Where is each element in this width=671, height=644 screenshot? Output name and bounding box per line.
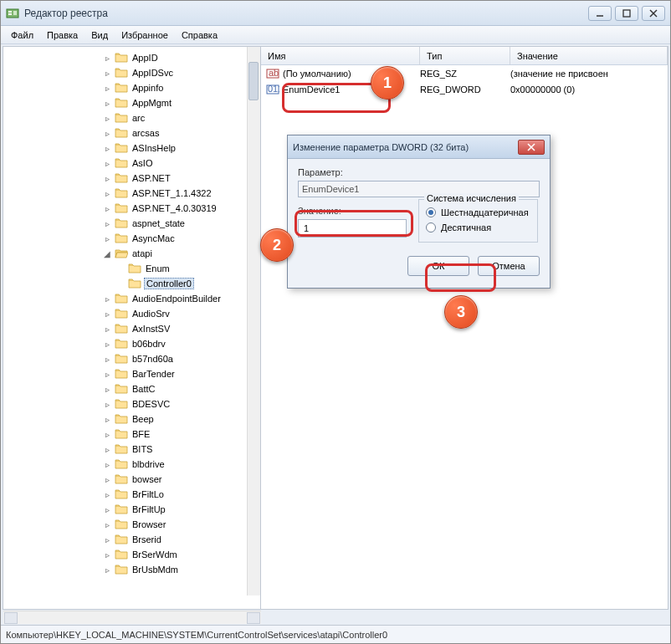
tree-twisty-icon[interactable]: ▹	[102, 189, 112, 198]
menu-вид[interactable]: Вид	[85, 28, 115, 42]
tree-twisty-icon[interactable]: ▹	[102, 520, 112, 529]
tree-node-brserid[interactable]: ▹Brserid	[97, 532, 260, 547]
row-value: 0x00000000 (0)	[510, 84, 575, 95]
dialog-close-button[interactable]	[518, 140, 545, 155]
radio-hex[interactable]: Шестнадцатеричная	[426, 205, 530, 220]
tree-node-bdesvc[interactable]: ▹BDESVC	[97, 396, 260, 411]
tree-node-audiosrv[interactable]: ▹AudioSrv	[97, 306, 260, 321]
tree-node-aspnet[interactable]: ▹ASP.NET	[97, 171, 260, 186]
tree-twisty-icon[interactable]: ▹	[102, 219, 112, 228]
tree-twisty-icon[interactable]: ▹	[102, 234, 112, 243]
close-button[interactable]	[642, 6, 665, 21]
tree-hscroll[interactable]	[3, 611, 261, 624]
hscroll-left[interactable]	[4, 612, 18, 624]
tree-node-asio[interactable]: ▹AsIO	[97, 156, 260, 171]
tree-node-appidsvc[interactable]: ▹AppIDSvc	[97, 65, 260, 80]
list-row[interactable]: ab(По умолчанию)REG_SZ(значение не присв…	[261, 65, 668, 81]
tree-node-blbdrive[interactable]: ▹blbdrive	[97, 457, 260, 472]
tree-node-bits[interactable]: ▹BITS	[97, 442, 260, 457]
tree-node-controller0[interactable]: Controller0	[110, 276, 260, 291]
tree-twisty-icon[interactable]: ▹	[102, 370, 112, 379]
tree-node-audioendpointbuilder[interactable]: ▹AudioEndpointBuilder	[97, 291, 260, 306]
tree-node-asyncmac[interactable]: ▹AsyncMac	[97, 231, 260, 246]
tree-node-arcsas[interactable]: ▹arcsas	[97, 125, 260, 141]
value-input[interactable]	[298, 219, 407, 238]
tree-twisty-icon[interactable]: ▹	[102, 490, 112, 499]
tree-node-b06bdrv[interactable]: ▹b06bdrv	[97, 336, 260, 351]
tree-node-browser[interactable]: ▹Browser	[97, 517, 260, 532]
tree-twisty-icon[interactable]: ▹	[102, 204, 112, 213]
tree-node-aspnetstate[interactable]: ▹aspnet_state	[97, 216, 260, 231]
tree-node-enum[interactable]: Enum	[110, 261, 260, 276]
col-value[interactable]: Значение	[510, 47, 668, 64]
tree-scrollbar[interactable]	[247, 47, 260, 595]
tree-node-asinshelp[interactable]: ▹ASInsHelp	[97, 141, 260, 156]
tree-node-appmgmt[interactable]: ▹AppMgmt	[97, 95, 260, 110]
tree-twisty-icon[interactable]: ▹	[102, 445, 112, 454]
tree-node-appinfo[interactable]: ▹Appinfo	[97, 80, 260, 95]
tree-node-aspnet4030319[interactable]: ▹ASP.NET_4.0.30319	[97, 201, 260, 216]
tree-node-bfe[interactable]: ▹BFE	[97, 427, 260, 442]
tree-node-bowser[interactable]: ▹bowser	[97, 472, 260, 487]
tree-twisty-icon[interactable]: ▹	[102, 84, 112, 93]
tree-node-brfiltup[interactable]: ▹BrFiltUp	[97, 502, 260, 517]
tree-twisty-icon[interactable]: ▹	[102, 550, 112, 560]
tree-twisty-icon[interactable]: ▹	[102, 385, 112, 394]
tree-twisty-icon[interactable]: ▹	[102, 294, 112, 304]
tree-node-battc[interactable]: ▹BattC	[97, 381, 260, 396]
radio-hex-button[interactable]	[426, 207, 436, 217]
tree-twisty-icon[interactable]: ▹	[102, 129, 112, 138]
folder-icon	[115, 293, 128, 304]
tree-twisty-icon[interactable]: ▹	[102, 415, 112, 424]
tree-node-aspnet114322[interactable]: ▹ASP.NET_1.1.4322	[97, 186, 260, 201]
tree-node-bartender[interactable]: ▹BarTender	[97, 366, 260, 381]
radio-dec-button[interactable]	[426, 222, 436, 233]
tree-twisty-icon[interactable]: ▹	[102, 355, 112, 364]
tree-node-atapi[interactable]: ◢atapi	[97, 246, 260, 261]
row-type: REG_DWORD	[420, 84, 510, 95]
hscroll-right[interactable]	[247, 612, 260, 624]
tree-twisty-icon[interactable]: ▹	[102, 340, 112, 349]
tree-node-brfiltlo[interactable]: ▹BrFiltLo	[97, 487, 260, 502]
tree-twisty-icon[interactable]: ▹	[102, 535, 112, 544]
tree-node-brserwdm[interactable]: ▹BrSerWdm	[97, 547, 260, 562]
tree-twisty-icon[interactable]: ▹	[102, 565, 112, 575]
menu-файл[interactable]: Файл	[4, 28, 40, 42]
tree-twisty-icon[interactable]: ▹	[102, 475, 112, 484]
tree-node-arc[interactable]: ▹arc	[97, 110, 260, 125]
tree-twisty-icon[interactable]: ▹	[102, 99, 112, 108]
tree-pane[interactable]: ▹AppID▹AppIDSvc▹Appinfo▹AppMgmt▹arc▹arcs…	[3, 47, 261, 609]
tree-node-b57nd60a[interactable]: ▹b57nd60a	[97, 351, 260, 366]
maximize-button[interactable]	[615, 6, 638, 21]
tree-twisty-icon[interactable]: ◢	[102, 249, 112, 258]
menu-правка[interactable]: Правка	[40, 28, 85, 42]
tree-node-beep[interactable]: ▹Beep	[97, 411, 260, 427]
ok-button[interactable]: ОК	[407, 256, 469, 276]
radio-dec[interactable]: Десятичная	[426, 220, 530, 235]
tree-twisty-icon[interactable]: ▹	[102, 69, 112, 78]
menu-справка[interactable]: Справка	[175, 28, 224, 42]
folder-icon	[115, 458, 128, 470]
col-name[interactable]: Имя	[261, 47, 420, 64]
tree-twisty-icon[interactable]: ▹	[102, 174, 112, 183]
folder-icon	[128, 263, 141, 274]
tree-twisty-icon[interactable]: ▹	[102, 505, 112, 514]
cancel-button[interactable]: Отмена	[478, 256, 540, 276]
minimize-button[interactable]	[588, 6, 612, 21]
list-row[interactable]: 011EnumDevice1REG_DWORD0x00000000 (0)	[261, 81, 668, 97]
tree-twisty-icon[interactable]: ▹	[102, 400, 112, 409]
tree-twisty-icon[interactable]: ▹	[102, 114, 112, 123]
tree-twisty-icon[interactable]: ▹	[102, 144, 112, 153]
tree-scroll-thumb[interactable]	[248, 62, 259, 100]
tree-twisty-icon[interactable]: ▹	[102, 460, 112, 469]
tree-twisty-icon[interactable]: ▹	[102, 430, 112, 439]
tree-node-brusbmdm[interactable]: ▹BrUsbMdm	[97, 562, 260, 577]
tree-twisty-icon[interactable]: ▹	[102, 54, 112, 63]
menu-избранное[interactable]: Избранное	[115, 28, 175, 42]
tree-node-axinstsv[interactable]: ▹AxInstSV	[97, 321, 260, 336]
tree-twisty-icon[interactable]: ▹	[102, 159, 112, 168]
tree-node-appid[interactable]: ▹AppID	[97, 50, 260, 65]
tree-twisty-icon[interactable]: ▹	[102, 309, 112, 319]
tree-twisty-icon[interactable]: ▹	[102, 325, 112, 334]
col-type[interactable]: Тип	[420, 47, 510, 64]
